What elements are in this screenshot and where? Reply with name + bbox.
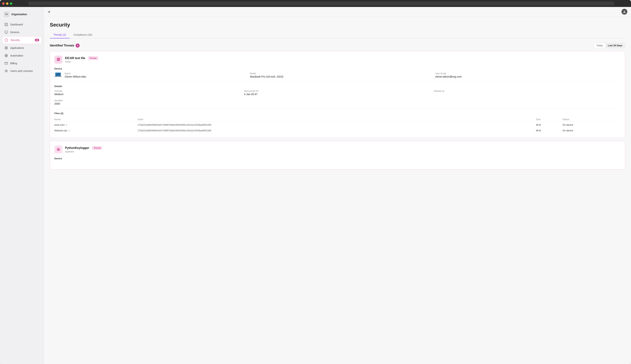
threat-status-keylogger: Found bbox=[92, 146, 102, 150]
details-section-title: Details bbox=[54, 85, 620, 88]
file-hash-1: 275a021bbfb6489e54d471899f7db9d1663fc695… bbox=[138, 122, 536, 128]
device-section-title-2: Device bbox=[54, 157, 620, 160]
app-window: Or Organization Dashboard bbox=[0, 0, 631, 364]
sidebar-navigation: Dashboard Devices bbox=[0, 21, 44, 75]
file-size-2: 68 B bbox=[536, 128, 562, 133]
threat-header-keylogger: PythonKeylogger Found Spyware bbox=[54, 146, 620, 154]
main-content: ◀ Security Threats (2) Compliance (34) bbox=[44, 7, 631, 364]
date-filter: Today Last 30 Days bbox=[594, 43, 625, 48]
today-filter-button[interactable]: Today bbox=[594, 43, 605, 48]
org-avatar: Or bbox=[4, 11, 10, 17]
svg-rect-21 bbox=[56, 73, 61, 76]
table-row: eicar.com ⎘ 275a021bbfb6489e54d471899f7d… bbox=[54, 122, 620, 128]
users-icon bbox=[5, 69, 8, 73]
device-name-label: Name bbox=[65, 72, 250, 75]
device-email-label: User Email bbox=[435, 72, 620, 75]
svg-point-5 bbox=[5, 47, 6, 48]
file-status-2: On device bbox=[562, 128, 620, 133]
tab-threats[interactable]: Threats (2) bbox=[50, 32, 70, 38]
svg-rect-0 bbox=[5, 23, 6, 24]
threat-info-keylogger: PythonKeylogger Found Spyware bbox=[65, 146, 102, 153]
severity-label: Severity bbox=[54, 90, 241, 92]
laptop-icon bbox=[54, 72, 62, 78]
svg-rect-23 bbox=[57, 76, 59, 77]
device-name-value: Clever-Wilson-Mac bbox=[65, 75, 250, 78]
copy-icon-1[interactable]: ⎘ bbox=[66, 124, 67, 126]
grid-icon bbox=[5, 23, 8, 26]
threats-section-header: Identified Threats 2 Today Last 30 Days bbox=[50, 43, 625, 48]
files-table-body: eicar.com ⎘ 275a021bbfb6489e54d471899f7d… bbox=[54, 122, 620, 134]
sidebar-item-billing[interactable]: Billing bbox=[2, 60, 42, 67]
files-table: Name Hash Size Status eicar.com ⎘ bbox=[54, 117, 620, 133]
table-row: Malware.zip ⎘ 275a021bbfb6489e54d471899f… bbox=[54, 128, 620, 133]
sidebar-item-applications[interactable]: Applications bbox=[2, 44, 42, 52]
threat-info-eicar: EICAR test file Found Other bbox=[65, 56, 98, 63]
threat-status-eicar: Found bbox=[88, 56, 98, 60]
device-email-value: clever.wilson@org.com bbox=[435, 75, 620, 78]
sidebar-item-dashboard[interactable]: Dashboard bbox=[2, 21, 42, 28]
threat-icon-keylogger bbox=[54, 146, 63, 154]
billing-icon bbox=[5, 62, 8, 65]
severity-group: Severity Medium bbox=[54, 90, 241, 96]
sidebar-label-devices: Devices bbox=[10, 31, 20, 34]
page-title: Security bbox=[50, 22, 625, 28]
threat-name-eicar: EICAR test file bbox=[65, 56, 85, 60]
sidebar-item-devices[interactable]: Devices bbox=[2, 28, 42, 36]
identifier-label: Identifier bbox=[54, 99, 620, 102]
file-size-1: 68 B bbox=[536, 122, 562, 128]
discovered-label: Discovered On bbox=[244, 90, 431, 92]
sidebar: Or Organization Dashboard bbox=[0, 7, 44, 364]
tab-compliance[interactable]: Compliance (34) bbox=[70, 32, 96, 38]
last30days-filter-button[interactable]: Last 30 Days bbox=[605, 43, 625, 48]
files-section-title: Files (2) bbox=[54, 112, 620, 115]
svg-point-26 bbox=[58, 149, 59, 150]
svg-rect-3 bbox=[7, 25, 8, 26]
severity-value: Medium bbox=[54, 93, 241, 96]
file-name-2: Malware.zip ⎘ bbox=[54, 128, 138, 133]
files-col-size: Size bbox=[536, 117, 562, 122]
sidebar-label-automation: Automation bbox=[10, 54, 23, 57]
collapse-sidebar-button[interactable]: ◀ bbox=[48, 10, 50, 13]
org-header[interactable]: Or Organization bbox=[0, 10, 44, 21]
svg-point-19 bbox=[58, 59, 59, 60]
divider-1 bbox=[54, 82, 620, 82]
device-details-grid: Name Clever-Wilson-Mac Model MacBook Pro… bbox=[65, 72, 620, 78]
svg-rect-4 bbox=[5, 31, 8, 33]
close-button[interactable] bbox=[2, 2, 5, 5]
divider-2 bbox=[54, 109, 620, 109]
device-email-group: User Email clever.wilson@org.com bbox=[435, 72, 620, 78]
user-avatar[interactable] bbox=[621, 9, 627, 15]
svg-rect-12 bbox=[5, 62, 8, 64]
sidebar-label-billing: Billing bbox=[10, 62, 17, 65]
sidebar-label-applications: Applications bbox=[10, 46, 24, 50]
threat-type-eicar: Other bbox=[65, 60, 98, 63]
threat-type-keylogger: Spyware bbox=[65, 150, 102, 153]
sidebar-label-users: Users and Licenses bbox=[10, 70, 33, 72]
threat-card-keylogger: PythonKeylogger Found Spyware Device bbox=[50, 141, 625, 170]
titlebar bbox=[0, 0, 631, 7]
sidebar-label-dashboard: Dashboard bbox=[10, 23, 23, 26]
svg-point-14 bbox=[5, 70, 7, 71]
apps-icon bbox=[5, 46, 8, 50]
device-model-group: Model MacBook Pro (16-inch, 2023) bbox=[250, 72, 435, 78]
sidebar-item-automation[interactable]: Automation bbox=[2, 52, 42, 59]
identifier-group: Identifier 2000 bbox=[54, 99, 620, 105]
maximize-button[interactable] bbox=[10, 2, 12, 5]
url-bar[interactable] bbox=[28, 2, 614, 6]
deleted-group: Deleted on bbox=[434, 90, 620, 96]
minimize-button[interactable] bbox=[6, 2, 9, 5]
sidebar-item-security[interactable]: Security 36 bbox=[2, 36, 42, 44]
copy-icon-2[interactable]: ⎘ bbox=[69, 129, 70, 132]
threat-header-eicar: EICAR test file Found Other bbox=[54, 56, 620, 64]
files-col-name: Name bbox=[54, 117, 138, 122]
details-grid: Severity Medium Discovered On 4 Jan 00:4… bbox=[54, 90, 620, 96]
file-status-1: On device bbox=[562, 122, 620, 128]
device-model-label: Model bbox=[250, 72, 435, 75]
svg-point-15 bbox=[7, 70, 8, 71]
deleted-label: Deleted on bbox=[434, 90, 620, 92]
device-section-title: Device bbox=[54, 67, 620, 70]
svg-point-16 bbox=[624, 10, 625, 12]
sidebar-item-users[interactable]: Users and Licenses bbox=[2, 67, 42, 75]
files-col-hash: Hash bbox=[138, 117, 536, 122]
threat-icon-eicar bbox=[54, 56, 63, 64]
